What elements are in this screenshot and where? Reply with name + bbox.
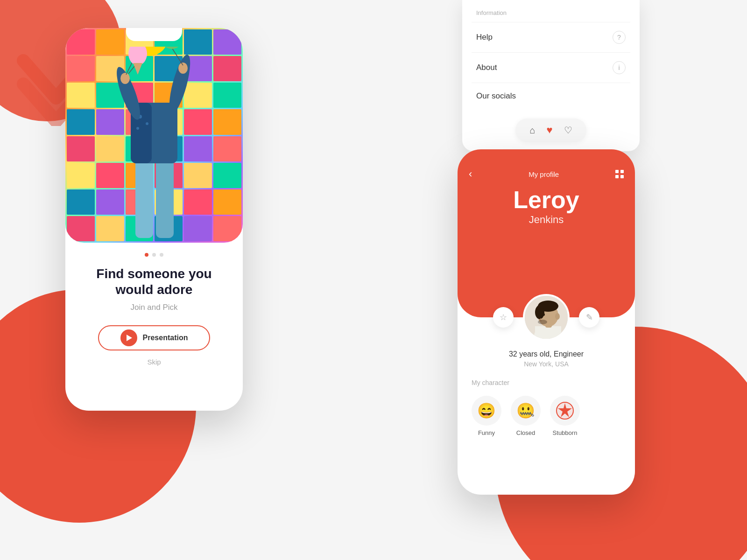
menu-item-help-label: Help — [476, 33, 493, 42]
menu-item-socials-label: Our socials — [476, 91, 516, 101]
profile-info: 32 years old, Engineer New York, USA — [458, 350, 635, 368]
svg-point-9 — [120, 73, 130, 84]
edit-button[interactable]: ✎ — [579, 307, 599, 328]
phone-left: Find someone you would adore Join and Pi… — [65, 28, 243, 411]
play-triangle — [127, 335, 132, 341]
svg-point-5 — [146, 122, 148, 125]
svg-rect-26 — [535, 326, 561, 341]
phone-right-notch — [518, 149, 574, 162]
star-button[interactable]: ☆ — [493, 307, 514, 328]
svg-point-30 — [535, 305, 544, 319]
menu-item-help[interactable]: Help ? — [462, 24, 640, 50]
headline: Find someone you would adore — [79, 266, 229, 297]
character-item-stubborn: Stubborn — [550, 396, 580, 436]
hero-person-figure — [103, 47, 205, 243]
divider-3 — [472, 83, 630, 83]
menu-item-about-label: About — [476, 63, 497, 72]
info-icon: i — [613, 61, 626, 74]
heart-icon[interactable]: ♡ — [564, 125, 572, 136]
hero-image — [65, 28, 243, 243]
svg-rect-0 — [135, 154, 153, 238]
profile-location: New York, USA — [458, 360, 635, 368]
pagination-dots — [65, 253, 243, 257]
character-item-closed: 🤐 Closed — [511, 396, 541, 436]
menu-item-about[interactable]: About i — [462, 55, 640, 81]
grid-menu-button[interactable] — [615, 170, 624, 178]
grid-dot-2 — [620, 170, 624, 173]
dot-2 — [152, 253, 156, 257]
closed-label: Closed — [516, 429, 535, 436]
funny-label: Funny — [478, 429, 495, 436]
avatar-row: ☆ — [458, 294, 635, 341]
profile-last-name: Jenkins — [513, 214, 579, 226]
home-icon[interactable]: ⌂ — [529, 125, 535, 136]
svg-rect-1 — [156, 154, 174, 238]
presentation-button[interactable]: Presentation — [98, 325, 210, 350]
profile-age-job: 32 years old, Engineer — [458, 350, 635, 358]
menu-section-label: Information — [462, 0, 640, 20]
phone-left-notch — [126, 28, 182, 41]
character-title: My character — [472, 379, 621, 386]
bottom-nav: ⌂ ♥ ♡ — [462, 111, 640, 142]
stubborn-label: Stubborn — [553, 429, 578, 436]
svg-point-8 — [165, 53, 195, 115]
nav-pill: ⌂ ♥ ♡ — [515, 119, 586, 142]
svg-point-22 — [128, 47, 147, 65]
skip-button[interactable]: Skip — [65, 358, 243, 366]
subline: Join and Pick — [79, 303, 229, 312]
dot-3 — [160, 253, 163, 257]
closed-emoji: 🤐 — [511, 396, 541, 426]
funny-emoji: 😄 — [472, 396, 501, 426]
tagline-section: Find someone you would adore Join and Pi… — [65, 266, 243, 312]
avatar-image — [523, 294, 570, 341]
divider-1 — [472, 22, 630, 22]
grid-dot-4 — [620, 175, 624, 178]
menu-item-socials[interactable]: Our socials — [462, 85, 640, 107]
svg-point-32 — [542, 313, 545, 316]
profile-nav-title: My profile — [529, 170, 559, 178]
grid-dot-1 — [615, 170, 619, 173]
profile-name: Leroy Jenkins — [513, 188, 579, 226]
svg-point-31 — [555, 313, 560, 320]
dot-1 — [145, 253, 148, 257]
back-button[interactable]: ‹ — [469, 168, 472, 180]
svg-point-10 — [178, 63, 188, 74]
profile-header: ‹ My profile Leroy Jenkins ☆ — [458, 149, 635, 317]
divider-2 — [472, 52, 630, 53]
svg-marker-23 — [133, 63, 142, 75]
character-item-funny: 😄 Funny — [472, 396, 501, 436]
svg-point-6 — [136, 127, 139, 130]
stubborn-emoji — [550, 396, 580, 426]
character-section: My character 😄 Funny 🤐 Closed — [458, 368, 635, 448]
phone-right: ‹ My profile Leroy Jenkins ☆ — [458, 149, 635, 495]
character-items: 😄 Funny 🤐 Closed Stubborn — [472, 396, 621, 436]
profile-first-name: Leroy — [513, 188, 579, 212]
svg-point-33 — [538, 320, 547, 324]
grid-dot-3 — [615, 175, 619, 178]
menu-panel: Information Help ? About i Our socials ⌂… — [462, 0, 640, 151]
presentation-label: Presentation — [143, 334, 188, 342]
help-icon: ? — [613, 31, 626, 44]
heart-filled-icon[interactable]: ♥ — [547, 124, 553, 136]
play-icon — [120, 329, 137, 346]
